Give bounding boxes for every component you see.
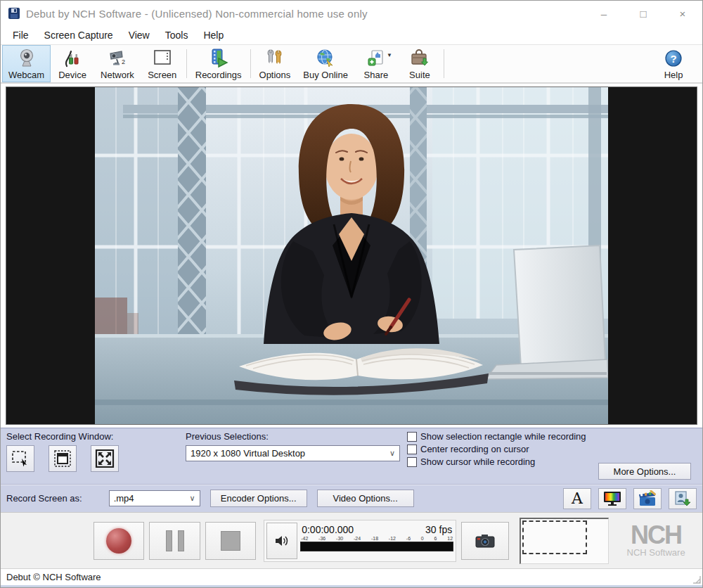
record-screen-as-label: Record Screen as:: [6, 493, 82, 504]
menu-help[interactable]: Help: [197, 27, 230, 43]
toolbar-buy-online-button[interactable]: Buy Online: [297, 45, 354, 82]
window-bottom-edge: [1, 585, 702, 588]
toolbar-network-button[interactable]: 2 Network: [94, 45, 141, 82]
transport-controls: 0:00:00.000 30 fps -42-36-30-24-18-12-60…: [1, 512, 702, 568]
toolbar-network-label: Network: [101, 70, 134, 80]
previous-selections-value: 1920 x 1080 Virtual Desktop: [191, 448, 305, 459]
status-text: Debut © NCH Software: [6, 572, 101, 582]
recording-window-panel: Select Recording Window:: [1, 428, 702, 484]
record-timer: 0:00:00.000: [302, 524, 354, 535]
window-title: Debut by NCH Software - (Unlicensed) Non…: [26, 8, 584, 20]
toolbar-options-label: Options: [259, 70, 291, 80]
format-value: .mp4: [114, 493, 134, 504]
checkbox-show-selection-rectangle[interactable]: Show selection rectangle while recording: [407, 431, 697, 442]
checkbox-label: Show cursor while recording: [420, 456, 535, 467]
color-settings-icon: [602, 490, 622, 507]
volume-button[interactable]: [266, 523, 297, 559]
stop-icon: [221, 531, 240, 551]
share-dropdown-caret[interactable]: ▼: [387, 52, 392, 58]
chevron-down-icon: ∨: [190, 494, 195, 503]
audio-level-meter: [300, 542, 453, 551]
checkbox-box[interactable]: [407, 457, 417, 467]
svg-text:?: ?: [670, 53, 676, 65]
toolbar-device-label: Device: [58, 70, 86, 80]
previous-selections-dropdown[interactable]: 1920 x 1080 Virtual Desktop ∨: [186, 445, 400, 461]
video-preview-frame: [6, 87, 697, 425]
toolbar-screen-button[interactable]: Screen: [141, 45, 184, 82]
stop-button[interactable]: [205, 522, 256, 560]
select-fullscreen-button[interactable]: [91, 445, 119, 472]
resize-grip[interactable]: [692, 575, 701, 584]
webcam-preview-image: [95, 87, 608, 425]
pause-icon: [166, 530, 184, 551]
webcam-overlay-button[interactable]: [669, 488, 697, 509]
toolbar-share-button[interactable]: ▼ Share: [354, 45, 398, 82]
chevron-down-icon: ∨: [389, 449, 395, 458]
toolbar-share-label: Share: [364, 70, 389, 80]
select-window-button[interactable]: [49, 445, 77, 472]
main-toolbar: Webcam Device 2 Network: [1, 44, 702, 84]
video-preview-area: [1, 84, 702, 428]
fullscreen-select-icon: [95, 449, 115, 468]
toolbar-help-label: Help: [664, 70, 683, 80]
video-options-button[interactable]: Video Options...: [317, 490, 414, 507]
webcam-overlay-icon: [673, 490, 692, 507]
nch-logo: NCH NCH Software: [617, 517, 695, 565]
checkbox-box[interactable]: [407, 432, 417, 442]
toolbar-suite-label: Suite: [409, 70, 430, 80]
fps-indicator: 30 fps: [425, 524, 452, 535]
record-icon: [106, 528, 131, 554]
video-effects-clapperboard-icon: [638, 490, 657, 507]
window-select-icon: [53, 449, 72, 468]
speaker-icon: [274, 534, 290, 548]
menu-screen-capture[interactable]: Screen Capture: [38, 27, 120, 43]
video-effects-button[interactable]: [633, 488, 662, 509]
record-button[interactable]: [93, 522, 144, 560]
checkbox-center-recording-on-cursor[interactable]: Center recording on cursor: [407, 444, 697, 454]
maximize-button[interactable]: □: [624, 1, 663, 26]
toolbar-recordings-label: Recordings: [195, 70, 242, 80]
toolbar-device-button[interactable]: Device: [51, 45, 94, 82]
pause-button[interactable]: [149, 522, 200, 560]
toolbar-options-button[interactable]: Options: [253, 45, 297, 82]
webcam-icon: [18, 49, 36, 68]
svg-text:2: 2: [122, 58, 125, 65]
menu-view[interactable]: View: [122, 27, 156, 43]
options-wrench-icon: [264, 48, 285, 69]
suite-briefcase-icon: [410, 49, 430, 68]
checkbox-label: Center recording on cursor: [420, 444, 529, 454]
menu-bar: File Screen Capture View Tools Help: [1, 26, 702, 44]
format-dropdown[interactable]: .mp4 ∨: [109, 490, 200, 506]
more-options-button[interactable]: More Options...: [598, 463, 691, 480]
close-button[interactable]: ×: [663, 1, 702, 26]
toolbar-webcam-label: Webcam: [8, 70, 44, 80]
toolbar-separator: [444, 49, 444, 78]
menu-tools[interactable]: Tools: [159, 27, 195, 43]
snapshot-button[interactable]: [461, 522, 509, 560]
toolbar-suite-button[interactable]: Suite: [398, 45, 441, 82]
toolbar-recordings-button[interactable]: Recordings: [189, 45, 248, 82]
toolbar-screen-label: Screen: [148, 70, 176, 80]
help-icon: ?: [664, 49, 683, 68]
selection-rectangle: [522, 520, 587, 554]
toolbar-buy-online-label: Buy Online: [303, 70, 348, 80]
encoder-options-button[interactable]: Encoder Options...: [210, 490, 307, 507]
toolbar-separator: [250, 49, 251, 78]
checkbox-box[interactable]: [407, 445, 417, 454]
audio-meter-group: 0:00:00.000 30 fps -42-36-30-24-18-12-60…: [264, 520, 456, 562]
recordings-icon: [208, 48, 229, 69]
color-settings-button[interactable]: [598, 488, 626, 509]
record-format-panel: Record Screen as: .mp4 ∨ Encoder Options…: [1, 484, 702, 512]
toolbar-webcam-button[interactable]: Webcam: [2, 45, 51, 82]
menu-file[interactable]: File: [6, 27, 35, 43]
text-overlay-icon: A: [572, 491, 583, 506]
text-overlay-button[interactable]: A: [563, 488, 591, 509]
minimize-button[interactable]: –: [584, 1, 624, 26]
network-camera-icon: 2: [108, 49, 127, 68]
toolbar-help-button[interactable]: ? Help: [652, 45, 695, 82]
selection-preview-box: [520, 518, 609, 564]
checkbox-label: Show selection rectangle while recording: [420, 431, 586, 442]
screen-icon: [153, 49, 172, 68]
select-region-button[interactable]: [6, 445, 34, 472]
app-window: Debut by NCH Software - (Unlicensed) Non…: [0, 0, 703, 588]
